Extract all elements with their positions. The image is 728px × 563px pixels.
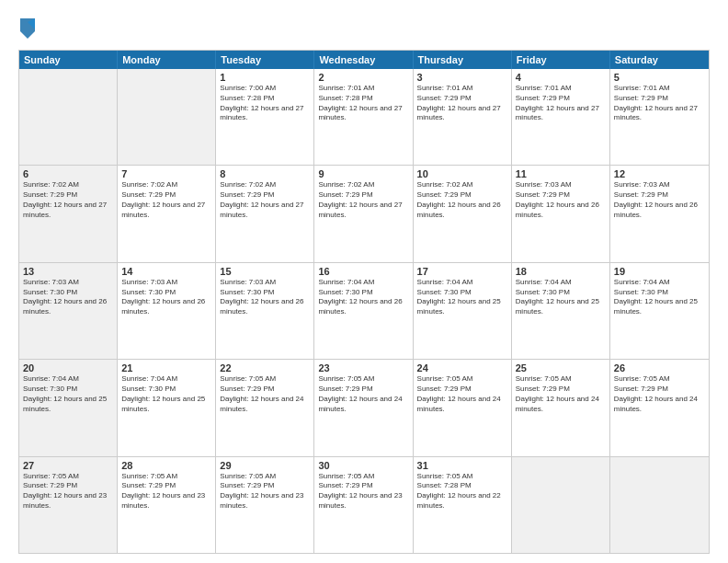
cell-content: Sunrise: 7:05 AM Sunset: 7:29 PM Dayligh…	[614, 374, 705, 414]
calendar-cell: 5Sunrise: 7:01 AM Sunset: 7:29 PM Daylig…	[610, 69, 709, 165]
cell-content: Sunrise: 7:00 AM Sunset: 7:28 PM Dayligh…	[220, 84, 310, 123]
day-number: 27	[23, 460, 113, 471]
cell-content: Sunrise: 7:04 AM Sunset: 7:30 PM Dayligh…	[23, 374, 113, 414]
day-number: 25	[516, 362, 606, 373]
cell-content: Sunrise: 7:01 AM Sunset: 7:29 PM Dayligh…	[516, 84, 606, 123]
header-day: Tuesday	[216, 51, 314, 69]
header-day: Thursday	[414, 51, 512, 69]
day-number: 1	[220, 72, 310, 83]
calendar-cell: 15Sunrise: 7:03 AM Sunset: 7:30 PM Dayli…	[216, 263, 314, 359]
logo-icon	[18, 15, 37, 40]
day-number: 23	[318, 362, 408, 373]
cell-content: Sunrise: 7:05 AM Sunset: 7:29 PM Dayligh…	[516, 374, 606, 414]
header-day: Saturday	[610, 51, 709, 69]
calendar-cell: 7Sunrise: 7:02 AM Sunset: 7:29 PM Daylig…	[118, 166, 216, 261]
cell-content: Sunrise: 7:05 AM Sunset: 7:29 PM Dayligh…	[121, 472, 211, 511]
cell-content: Sunrise: 7:03 AM Sunset: 7:30 PM Dayligh…	[121, 278, 211, 317]
calendar-cell: 27Sunrise: 7:05 AM Sunset: 7:29 PM Dayli…	[19, 457, 118, 553]
day-number: 24	[417, 362, 507, 373]
cell-content: Sunrise: 7:01 AM Sunset: 7:29 PM Dayligh…	[614, 84, 705, 123]
cell-content: Sunrise: 7:04 AM Sunset: 7:30 PM Dayligh…	[516, 278, 606, 317]
day-number: 13	[23, 266, 113, 277]
cell-content: Sunrise: 7:05 AM Sunset: 7:29 PM Dayligh…	[23, 472, 113, 511]
day-number: 21	[121, 362, 211, 373]
cell-content: Sunrise: 7:02 AM Sunset: 7:29 PM Dayligh…	[220, 180, 310, 220]
calendar-cell	[19, 69, 118, 165]
calendar-cell: 26Sunrise: 7:05 AM Sunset: 7:29 PM Dayli…	[610, 360, 709, 455]
calendar-body: 1Sunrise: 7:00 AM Sunset: 7:28 PM Daylig…	[19, 69, 709, 553]
day-number: 17	[417, 266, 507, 277]
cell-content: Sunrise: 7:02 AM Sunset: 7:29 PM Dayligh…	[318, 180, 408, 220]
calendar-row: 20Sunrise: 7:04 AM Sunset: 7:30 PM Dayli…	[19, 359, 709, 455]
calendar-row: 27Sunrise: 7:05 AM Sunset: 7:29 PM Dayli…	[19, 456, 709, 553]
calendar-cell: 29Sunrise: 7:05 AM Sunset: 7:29 PM Dayli…	[216, 457, 314, 553]
cell-content: Sunrise: 7:05 AM Sunset: 7:29 PM Dayligh…	[318, 374, 408, 414]
cell-content: Sunrise: 7:03 AM Sunset: 7:30 PM Dayligh…	[220, 278, 310, 317]
calendar-cell: 18Sunrise: 7:04 AM Sunset: 7:30 PM Dayli…	[512, 263, 610, 359]
day-number: 28	[121, 460, 211, 471]
calendar-cell: 21Sunrise: 7:04 AM Sunset: 7:30 PM Dayli…	[118, 360, 216, 455]
calendar-cell: 20Sunrise: 7:04 AM Sunset: 7:30 PM Dayli…	[19, 360, 118, 455]
day-number: 26	[614, 362, 705, 373]
day-number: 18	[516, 266, 606, 277]
calendar-cell: 31Sunrise: 7:05 AM Sunset: 7:28 PM Dayli…	[414, 457, 512, 553]
calendar-cell: 28Sunrise: 7:05 AM Sunset: 7:29 PM Dayli…	[118, 457, 216, 553]
day-number: 14	[121, 266, 211, 277]
day-number: 3	[417, 72, 507, 83]
calendar-cell: 10Sunrise: 7:02 AM Sunset: 7:29 PM Dayli…	[414, 166, 512, 261]
day-number: 22	[220, 362, 310, 373]
calendar-cell: 3Sunrise: 7:01 AM Sunset: 7:29 PM Daylig…	[414, 69, 512, 165]
day-number: 31	[417, 460, 507, 471]
page: SundayMondayTuesdayWednesdayThursdayFrid…	[0, 0, 728, 563]
calendar-cell: 2Sunrise: 7:01 AM Sunset: 7:28 PM Daylig…	[314, 69, 413, 165]
calendar-row: 6Sunrise: 7:02 AM Sunset: 7:29 PM Daylig…	[19, 165, 709, 261]
cell-content: Sunrise: 7:05 AM Sunset: 7:29 PM Dayligh…	[220, 472, 310, 511]
header-day: Friday	[512, 51, 610, 69]
day-number: 2	[318, 72, 408, 83]
calendar-cell: 17Sunrise: 7:04 AM Sunset: 7:30 PM Dayli…	[414, 263, 512, 359]
header	[18, 15, 710, 40]
day-number: 9	[318, 168, 408, 179]
cell-content: Sunrise: 7:02 AM Sunset: 7:29 PM Dayligh…	[121, 180, 211, 220]
cell-content: Sunrise: 7:03 AM Sunset: 7:29 PM Dayligh…	[516, 180, 606, 220]
day-number: 10	[417, 168, 507, 179]
calendar-cell: 30Sunrise: 7:05 AM Sunset: 7:29 PM Dayli…	[314, 457, 413, 553]
cell-content: Sunrise: 7:05 AM Sunset: 7:29 PM Dayligh…	[220, 374, 310, 414]
day-number: 4	[516, 72, 606, 83]
day-number: 15	[220, 266, 310, 277]
calendar-cell: 9Sunrise: 7:02 AM Sunset: 7:29 PM Daylig…	[314, 166, 413, 261]
cell-content: Sunrise: 7:04 AM Sunset: 7:30 PM Dayligh…	[614, 278, 705, 317]
calendar-cell: 4Sunrise: 7:01 AM Sunset: 7:29 PM Daylig…	[512, 69, 610, 165]
cell-content: Sunrise: 7:02 AM Sunset: 7:29 PM Dayligh…	[417, 180, 507, 220]
day-number: 29	[220, 460, 310, 471]
calendar-row: 1Sunrise: 7:00 AM Sunset: 7:28 PM Daylig…	[19, 69, 709, 165]
header-day: Monday	[118, 51, 216, 69]
day-number: 5	[614, 72, 705, 83]
cell-content: Sunrise: 7:04 AM Sunset: 7:30 PM Dayligh…	[318, 278, 408, 317]
day-number: 20	[23, 362, 113, 373]
day-number: 16	[318, 266, 408, 277]
calendar-cell: 19Sunrise: 7:04 AM Sunset: 7:30 PM Dayli…	[610, 263, 709, 359]
calendar-cell: 6Sunrise: 7:02 AM Sunset: 7:29 PM Daylig…	[19, 166, 118, 261]
day-number: 7	[121, 168, 211, 179]
day-number: 8	[220, 168, 310, 179]
cell-content: Sunrise: 7:01 AM Sunset: 7:29 PM Dayligh…	[417, 84, 507, 123]
calendar-row: 13Sunrise: 7:03 AM Sunset: 7:30 PM Dayli…	[19, 262, 709, 359]
cell-content: Sunrise: 7:05 AM Sunset: 7:29 PM Dayligh…	[318, 472, 408, 511]
calendar-cell	[512, 457, 610, 553]
calendar-cell: 23Sunrise: 7:05 AM Sunset: 7:29 PM Dayli…	[314, 360, 413, 455]
calendar-cell: 11Sunrise: 7:03 AM Sunset: 7:29 PM Dayli…	[512, 166, 610, 261]
header-day: Wednesday	[314, 51, 413, 69]
cell-content: Sunrise: 7:05 AM Sunset: 7:29 PM Dayligh…	[417, 374, 507, 414]
calendar-cell: 12Sunrise: 7:03 AM Sunset: 7:29 PM Dayli…	[610, 166, 709, 261]
cell-content: Sunrise: 7:02 AM Sunset: 7:29 PM Dayligh…	[23, 180, 113, 220]
calendar-cell: 8Sunrise: 7:02 AM Sunset: 7:29 PM Daylig…	[216, 166, 314, 261]
cell-content: Sunrise: 7:04 AM Sunset: 7:30 PM Dayligh…	[417, 278, 507, 317]
cell-content: Sunrise: 7:03 AM Sunset: 7:30 PM Dayligh…	[23, 278, 113, 317]
logo	[18, 15, 40, 40]
calendar-cell: 1Sunrise: 7:00 AM Sunset: 7:28 PM Daylig…	[216, 69, 314, 165]
calendar: SundayMondayTuesdayWednesdayThursdayFrid…	[18, 50, 710, 554]
calendar-cell: 16Sunrise: 7:04 AM Sunset: 7:30 PM Dayli…	[314, 263, 413, 359]
calendar-cell	[610, 457, 709, 553]
calendar-cell	[118, 69, 216, 165]
